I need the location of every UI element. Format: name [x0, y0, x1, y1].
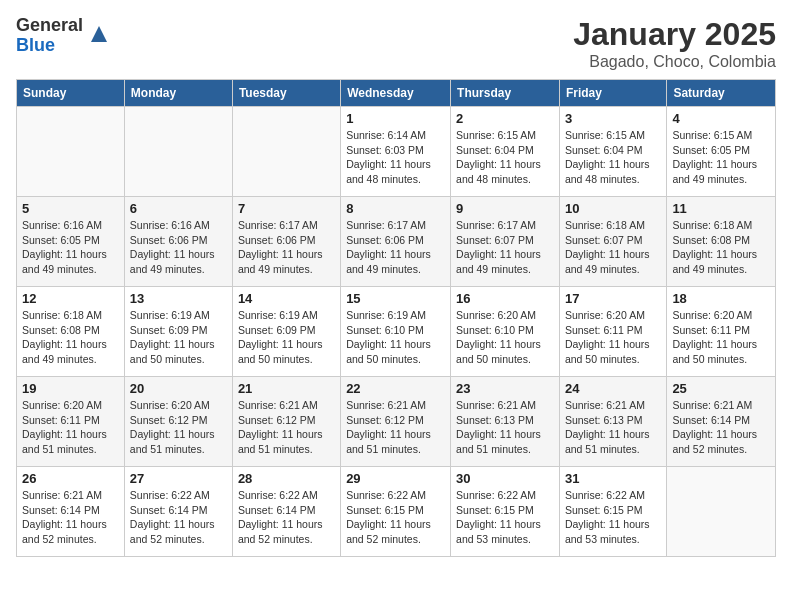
day-number: 18 [672, 291, 770, 306]
day-info: Sunrise: 6:21 AM Sunset: 6:14 PM Dayligh… [672, 398, 770, 457]
calendar-cell: 13Sunrise: 6:19 AM Sunset: 6:09 PM Dayli… [124, 287, 232, 377]
calendar-week-row: 12Sunrise: 6:18 AM Sunset: 6:08 PM Dayli… [17, 287, 776, 377]
calendar-cell [17, 107, 125, 197]
column-header-wednesday: Wednesday [341, 80, 451, 107]
day-info: Sunrise: 6:21 AM Sunset: 6:12 PM Dayligh… [238, 398, 335, 457]
day-number: 14 [238, 291, 335, 306]
calendar-cell: 19Sunrise: 6:20 AM Sunset: 6:11 PM Dayli… [17, 377, 125, 467]
logo-icon [87, 22, 111, 46]
calendar-cell: 18Sunrise: 6:20 AM Sunset: 6:11 PM Dayli… [667, 287, 776, 377]
column-header-sunday: Sunday [17, 80, 125, 107]
day-number: 4 [672, 111, 770, 126]
day-info: Sunrise: 6:18 AM Sunset: 6:08 PM Dayligh… [22, 308, 119, 367]
calendar-cell: 16Sunrise: 6:20 AM Sunset: 6:10 PM Dayli… [451, 287, 560, 377]
location-title: Bagado, Choco, Colombia [573, 53, 776, 71]
column-header-thursday: Thursday [451, 80, 560, 107]
day-info: Sunrise: 6:20 AM Sunset: 6:12 PM Dayligh… [130, 398, 227, 457]
calendar-cell: 12Sunrise: 6:18 AM Sunset: 6:08 PM Dayli… [17, 287, 125, 377]
day-info: Sunrise: 6:17 AM Sunset: 6:07 PM Dayligh… [456, 218, 554, 277]
day-number: 2 [456, 111, 554, 126]
column-header-saturday: Saturday [667, 80, 776, 107]
day-info: Sunrise: 6:21 AM Sunset: 6:13 PM Dayligh… [565, 398, 661, 457]
day-info: Sunrise: 6:14 AM Sunset: 6:03 PM Dayligh… [346, 128, 445, 187]
day-info: Sunrise: 6:15 AM Sunset: 6:04 PM Dayligh… [456, 128, 554, 187]
calendar-cell [232, 107, 340, 197]
calendar-week-row: 5Sunrise: 6:16 AM Sunset: 6:05 PM Daylig… [17, 197, 776, 287]
calendar-cell: 24Sunrise: 6:21 AM Sunset: 6:13 PM Dayli… [559, 377, 666, 467]
day-number: 9 [456, 201, 554, 216]
calendar-cell: 30Sunrise: 6:22 AM Sunset: 6:15 PM Dayli… [451, 467, 560, 557]
calendar-header-row: SundayMondayTuesdayWednesdayThursdayFrid… [17, 80, 776, 107]
calendar-cell: 17Sunrise: 6:20 AM Sunset: 6:11 PM Dayli… [559, 287, 666, 377]
day-info: Sunrise: 6:22 AM Sunset: 6:14 PM Dayligh… [130, 488, 227, 547]
day-number: 26 [22, 471, 119, 486]
day-info: Sunrise: 6:20 AM Sunset: 6:11 PM Dayligh… [565, 308, 661, 367]
svg-marker-0 [91, 26, 107, 42]
calendar-week-row: 1Sunrise: 6:14 AM Sunset: 6:03 PM Daylig… [17, 107, 776, 197]
day-number: 30 [456, 471, 554, 486]
day-number: 10 [565, 201, 661, 216]
calendar-cell: 5Sunrise: 6:16 AM Sunset: 6:05 PM Daylig… [17, 197, 125, 287]
calendar-cell: 4Sunrise: 6:15 AM Sunset: 6:05 PM Daylig… [667, 107, 776, 197]
day-info: Sunrise: 6:22 AM Sunset: 6:15 PM Dayligh… [456, 488, 554, 547]
logo-blue-text: Blue [16, 36, 83, 56]
day-number: 25 [672, 381, 770, 396]
calendar-cell: 7Sunrise: 6:17 AM Sunset: 6:06 PM Daylig… [232, 197, 340, 287]
day-number: 17 [565, 291, 661, 306]
logo-general-text: General [16, 16, 83, 36]
calendar-cell: 22Sunrise: 6:21 AM Sunset: 6:12 PM Dayli… [341, 377, 451, 467]
column-header-monday: Monday [124, 80, 232, 107]
day-info: Sunrise: 6:18 AM Sunset: 6:07 PM Dayligh… [565, 218, 661, 277]
calendar-cell: 26Sunrise: 6:21 AM Sunset: 6:14 PM Dayli… [17, 467, 125, 557]
day-info: Sunrise: 6:21 AM Sunset: 6:13 PM Dayligh… [456, 398, 554, 457]
title-block: January 2025 Bagado, Choco, Colombia [573, 16, 776, 71]
day-number: 19 [22, 381, 119, 396]
calendar-cell: 28Sunrise: 6:22 AM Sunset: 6:14 PM Dayli… [232, 467, 340, 557]
calendar-cell: 21Sunrise: 6:21 AM Sunset: 6:12 PM Dayli… [232, 377, 340, 467]
calendar-table: SundayMondayTuesdayWednesdayThursdayFrid… [16, 79, 776, 557]
day-number: 21 [238, 381, 335, 396]
day-info: Sunrise: 6:17 AM Sunset: 6:06 PM Dayligh… [238, 218, 335, 277]
day-number: 16 [456, 291, 554, 306]
day-number: 8 [346, 201, 445, 216]
day-info: Sunrise: 6:15 AM Sunset: 6:04 PM Dayligh… [565, 128, 661, 187]
page-header: General Blue January 2025 Bagado, Choco,… [16, 16, 776, 71]
day-info: Sunrise: 6:21 AM Sunset: 6:12 PM Dayligh… [346, 398, 445, 457]
day-info: Sunrise: 6:19 AM Sunset: 6:09 PM Dayligh… [130, 308, 227, 367]
day-number: 31 [565, 471, 661, 486]
calendar-cell: 2Sunrise: 6:15 AM Sunset: 6:04 PM Daylig… [451, 107, 560, 197]
calendar-cell: 8Sunrise: 6:17 AM Sunset: 6:06 PM Daylig… [341, 197, 451, 287]
calendar-cell: 25Sunrise: 6:21 AM Sunset: 6:14 PM Dayli… [667, 377, 776, 467]
calendar-cell: 20Sunrise: 6:20 AM Sunset: 6:12 PM Dayli… [124, 377, 232, 467]
calendar-cell: 27Sunrise: 6:22 AM Sunset: 6:14 PM Dayli… [124, 467, 232, 557]
day-number: 22 [346, 381, 445, 396]
day-number: 24 [565, 381, 661, 396]
day-info: Sunrise: 6:20 AM Sunset: 6:11 PM Dayligh… [22, 398, 119, 457]
column-header-tuesday: Tuesday [232, 80, 340, 107]
logo: General Blue [16, 16, 111, 56]
day-number: 13 [130, 291, 227, 306]
day-number: 27 [130, 471, 227, 486]
day-info: Sunrise: 6:18 AM Sunset: 6:08 PM Dayligh… [672, 218, 770, 277]
calendar-cell: 9Sunrise: 6:17 AM Sunset: 6:07 PM Daylig… [451, 197, 560, 287]
calendar-cell [667, 467, 776, 557]
calendar-cell: 29Sunrise: 6:22 AM Sunset: 6:15 PM Dayli… [341, 467, 451, 557]
day-info: Sunrise: 6:16 AM Sunset: 6:06 PM Dayligh… [130, 218, 227, 277]
day-info: Sunrise: 6:22 AM Sunset: 6:15 PM Dayligh… [346, 488, 445, 547]
calendar-cell: 15Sunrise: 6:19 AM Sunset: 6:10 PM Dayli… [341, 287, 451, 377]
day-number: 5 [22, 201, 119, 216]
calendar-cell: 10Sunrise: 6:18 AM Sunset: 6:07 PM Dayli… [559, 197, 666, 287]
calendar-cell: 31Sunrise: 6:22 AM Sunset: 6:15 PM Dayli… [559, 467, 666, 557]
day-number: 20 [130, 381, 227, 396]
column-header-friday: Friday [559, 80, 666, 107]
day-info: Sunrise: 6:22 AM Sunset: 6:14 PM Dayligh… [238, 488, 335, 547]
calendar-cell: 6Sunrise: 6:16 AM Sunset: 6:06 PM Daylig… [124, 197, 232, 287]
calendar-week-row: 19Sunrise: 6:20 AM Sunset: 6:11 PM Dayli… [17, 377, 776, 467]
day-info: Sunrise: 6:15 AM Sunset: 6:05 PM Dayligh… [672, 128, 770, 187]
day-number: 15 [346, 291, 445, 306]
calendar-body: 1Sunrise: 6:14 AM Sunset: 6:03 PM Daylig… [17, 107, 776, 557]
day-number: 12 [22, 291, 119, 306]
day-info: Sunrise: 6:20 AM Sunset: 6:11 PM Dayligh… [672, 308, 770, 367]
calendar-cell: 3Sunrise: 6:15 AM Sunset: 6:04 PM Daylig… [559, 107, 666, 197]
day-info: Sunrise: 6:22 AM Sunset: 6:15 PM Dayligh… [565, 488, 661, 547]
